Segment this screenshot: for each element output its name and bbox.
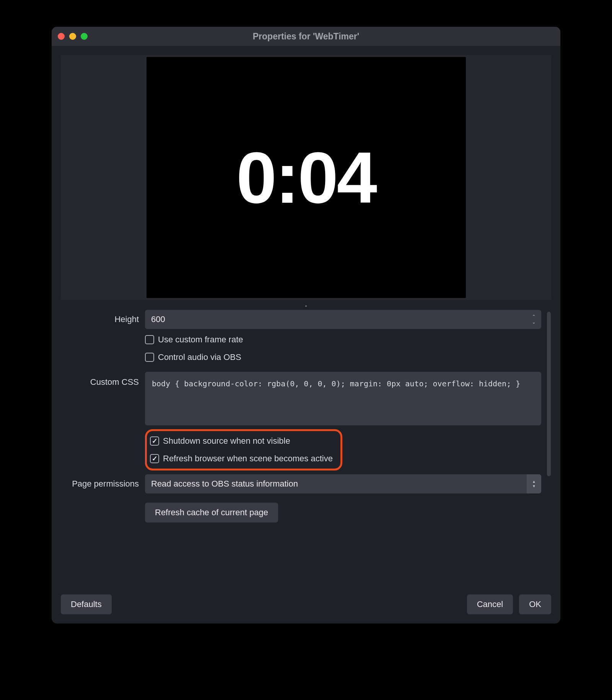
- control-audio-label: Control audio via OBS: [158, 352, 241, 362]
- shutdown-source-checkbox[interactable]: [150, 436, 159, 446]
- minimize-window-button[interactable]: [69, 33, 76, 40]
- custom-css-label: Custom CSS: [61, 372, 145, 387]
- use-custom-framerate-label: Use custom frame rate: [158, 335, 243, 345]
- scrollbar[interactable]: [547, 312, 551, 476]
- scrollbar-thumb[interactable]: [547, 312, 551, 476]
- custom-css-textarea[interactable]: body { background-color: rgba(0, 0, 0, 0…: [145, 372, 541, 425]
- preview-resize-handle[interactable]: ●: [61, 304, 551, 306]
- refresh-browser-checkbox[interactable]: [150, 454, 159, 463]
- height-input[interactable]: 600 ⌃ ⌄: [145, 310, 541, 329]
- page-permissions-value: Read access to OBS status information: [145, 474, 527, 493]
- properties-window: Properties for 'WebTimer' 0:04 ● Height …: [52, 27, 560, 623]
- window-controls: [58, 33, 88, 40]
- dialog-footer: Defaults Cancel OK: [61, 594, 551, 614]
- preview-panel: 0:04: [61, 55, 551, 300]
- page-permissions-label: Page permissions: [61, 474, 145, 493]
- page-permissions-select[interactable]: Read access to OBS status information ▲ …: [145, 474, 541, 493]
- refresh-cache-button[interactable]: Refresh cache of current page: [145, 503, 278, 523]
- height-step-up[interactable]: ⌃: [530, 314, 537, 319]
- close-window-button[interactable]: [58, 33, 65, 40]
- height-step-down[interactable]: ⌄: [530, 320, 537, 324]
- shutdown-source-label: Shutdown source when not visible: [163, 436, 290, 446]
- content-area: 0:04 ● Height 600 ⌃ ⌄: [52, 46, 560, 623]
- height-label: Height: [61, 310, 145, 329]
- select-dropdown-icon: ▲ ▼: [527, 474, 541, 493]
- timer-display: 0:04: [236, 136, 376, 219]
- window-title: Properties for 'WebTimer': [52, 31, 560, 42]
- control-audio-checkbox[interactable]: [145, 353, 154, 362]
- defaults-button[interactable]: Defaults: [61, 594, 112, 614]
- highlight-annotation: Shutdown source when not visible Refresh…: [145, 429, 342, 470]
- height-value: 600: [145, 314, 165, 324]
- maximize-window-button[interactable]: [81, 33, 88, 40]
- use-custom-framerate-checkbox[interactable]: [145, 335, 154, 344]
- refresh-browser-label: Refresh browser when scene becomes activ…: [163, 454, 333, 464]
- source-preview: 0:04: [146, 57, 466, 298]
- ok-button[interactable]: OK: [519, 594, 551, 614]
- cancel-button[interactable]: Cancel: [467, 594, 513, 614]
- titlebar: Properties for 'WebTimer': [52, 27, 560, 46]
